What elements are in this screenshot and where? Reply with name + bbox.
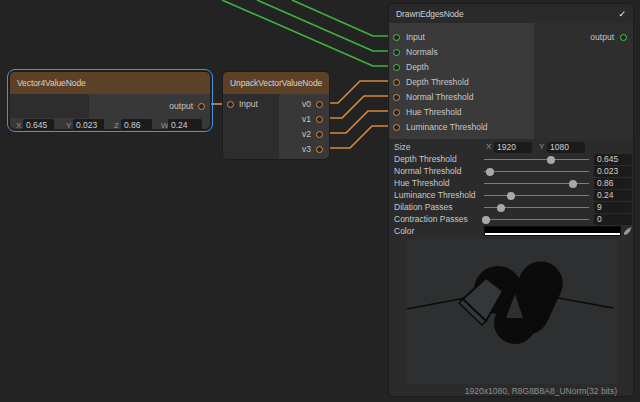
port-label: Normals xyxy=(406,47,438,57)
port-label: Hue Threshold xyxy=(406,107,462,117)
hue-threshold-label: Hue Threshold xyxy=(394,177,450,189)
wire-normals[interactable] xyxy=(257,0,392,51)
input-port-label: Input xyxy=(239,97,258,111)
luminance-threshold-value[interactable]: 0.24 xyxy=(594,190,632,201)
slider-handle[interactable] xyxy=(486,168,494,176)
x-field[interactable]: 0.645 xyxy=(23,119,54,130)
wire-input[interactable] xyxy=(292,0,392,36)
output-port-label: output xyxy=(590,32,614,42)
wire-v0-depth-threshold[interactable] xyxy=(320,81,392,103)
preview-render xyxy=(407,239,618,384)
color-label: Color xyxy=(394,225,414,237)
luminance-threshold-port[interactable] xyxy=(393,124,400,131)
contraction-passes-label: Contraction Passes xyxy=(394,213,468,225)
node-title-bar[interactable]: UnpackVectorValueNode xyxy=(223,72,329,94)
v0-port-label: v0 xyxy=(302,97,311,111)
port-label: Input xyxy=(406,32,425,42)
hue-threshold-slider[interactable] xyxy=(484,183,589,185)
normal-threshold-slider[interactable] xyxy=(484,171,589,173)
node-title-bar[interactable]: DrawnEdgesNode ✓ xyxy=(389,4,633,23)
output-port[interactable] xyxy=(198,103,205,110)
node-preview-image xyxy=(407,239,618,384)
depth-threshold-slider[interactable] xyxy=(484,159,589,161)
size-label: Size xyxy=(394,141,411,153)
node-title: DrawnEdgesNode xyxy=(396,9,464,19)
eyedropper-icon[interactable] xyxy=(623,226,632,236)
node-unpackvectorvaluenode[interactable]: UnpackVectorValueNode Input v0 v1 v2 v3 xyxy=(222,71,330,160)
slider-handle[interactable] xyxy=(507,192,515,200)
depth-port[interactable] xyxy=(393,64,400,71)
slider-handle[interactable] xyxy=(482,216,490,224)
input-port[interactable] xyxy=(393,34,400,41)
depth-threshold-label: Depth Threshold xyxy=(394,153,457,165)
node-drawnedgesnode[interactable]: DrawnEdgesNode ✓ Input Normals Depth Dep… xyxy=(388,3,634,397)
depth-threshold-port[interactable] xyxy=(393,79,400,86)
port-label: Luminance Threshold xyxy=(406,122,488,132)
v3-port-label: v3 xyxy=(302,142,311,156)
size-y-label: Y xyxy=(539,141,544,153)
contraction-passes-value[interactable]: 0 xyxy=(594,214,632,225)
v3-port[interactable] xyxy=(316,146,323,153)
output-port[interactable] xyxy=(620,34,627,41)
luminance-threshold-slider[interactable] xyxy=(484,195,589,197)
node-vector4valuenode[interactable]: Vector4ValueNode output X 0.645 Y 0.023 … xyxy=(9,71,211,130)
dilation-passes-slider[interactable] xyxy=(484,207,589,209)
size-x-label: X xyxy=(486,141,491,153)
node-title-bar[interactable]: Vector4ValueNode xyxy=(10,72,210,94)
normal-threshold-port[interactable] xyxy=(393,94,400,101)
horizon-line-right xyxy=(553,297,613,308)
size-y-field[interactable]: 1080 xyxy=(547,142,585,153)
node-title: UnpackVectorValueNode xyxy=(230,78,322,88)
x-field-label: X xyxy=(16,120,21,130)
dilation-passes-value[interactable]: 9 xyxy=(594,202,632,213)
y-field[interactable]: 0.023 xyxy=(73,119,104,130)
port-label: Normal Threshold xyxy=(406,92,473,102)
preview-resolution-info: 1920x1080, R8G8B8A8_UNorm(32 bits) xyxy=(465,386,617,396)
z-field[interactable]: 0.86 xyxy=(121,119,152,130)
y-field-label: Y xyxy=(66,120,71,130)
node-title: Vector4ValueNode xyxy=(17,78,86,88)
depth-threshold-value[interactable]: 0.645 xyxy=(594,154,632,165)
v2-port[interactable] xyxy=(316,131,323,138)
port-label: Depth Threshold xyxy=(406,77,469,87)
input-column xyxy=(10,94,89,118)
wire-v2-hue-threshold[interactable] xyxy=(320,111,392,133)
dilation-passes-label: Dilation Passes xyxy=(394,201,453,213)
normals-port[interactable] xyxy=(393,49,400,56)
v1-port-label: v1 xyxy=(302,112,311,126)
z-field-label: Z xyxy=(114,120,119,130)
hue-threshold-port[interactable] xyxy=(393,109,400,116)
wire-v1-normal-threshold[interactable] xyxy=(320,96,392,118)
normal-threshold-value[interactable]: 0.023 xyxy=(594,166,632,177)
v2-port-label: v2 xyxy=(302,127,311,141)
luminance-threshold-label: Luminance Threshold xyxy=(394,189,476,201)
port-label: Depth xyxy=(406,62,429,72)
output-port-label: output xyxy=(169,101,193,111)
graph-canvas[interactable]: Vector4ValueNode output X 0.645 Y 0.023 … xyxy=(0,0,640,402)
input-port[interactable] xyxy=(227,101,234,108)
slider-handle[interactable] xyxy=(569,180,577,188)
contraction-passes-slider[interactable] xyxy=(484,219,589,221)
slider-handle[interactable] xyxy=(547,156,555,164)
wire-v3-luminance-threshold[interactable] xyxy=(320,126,392,148)
w-field[interactable]: 0.24 xyxy=(168,119,202,130)
slider-handle[interactable] xyxy=(497,204,505,212)
size-x-field[interactable]: 1920 xyxy=(494,142,532,153)
color-alpha-bar xyxy=(485,233,620,235)
v1-port[interactable] xyxy=(316,116,323,123)
horizon-line-left xyxy=(407,298,465,309)
active-checkmark[interactable]: ✓ xyxy=(619,9,626,19)
normal-threshold-label: Normal Threshold xyxy=(394,165,461,177)
v0-port[interactable] xyxy=(316,101,323,108)
hue-threshold-value[interactable]: 0.86 xyxy=(594,178,632,189)
color-swatch[interactable] xyxy=(484,226,621,236)
